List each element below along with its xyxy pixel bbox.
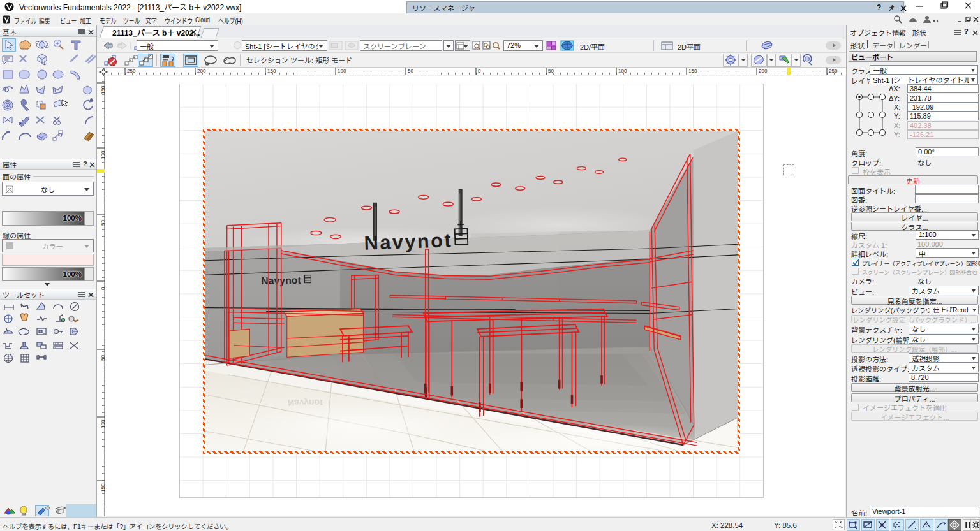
svg-text:0: 0 xyxy=(478,68,481,74)
svg-text:50: 50 xyxy=(100,355,105,361)
svg-text:150: 150 xyxy=(688,68,697,74)
svg-text:250: 250 xyxy=(829,68,838,74)
svg-text:100: 100 xyxy=(338,68,346,74)
svg-text:50: 50 xyxy=(548,68,554,74)
svg-text:100: 100 xyxy=(100,150,105,159)
svg-text:150: 150 xyxy=(267,68,276,74)
svg-text:200: 200 xyxy=(759,68,768,74)
svg-text:0: 0 xyxy=(100,287,105,290)
svg-text:150: 150 xyxy=(100,483,105,492)
svg-text:250: 250 xyxy=(127,68,136,74)
svg-text:100: 100 xyxy=(618,68,627,74)
svg-text:150: 150 xyxy=(100,85,105,94)
svg-text:50: 50 xyxy=(100,220,105,226)
svg-text:100: 100 xyxy=(100,419,105,428)
svg-text:Navynot: Navynot xyxy=(287,398,323,408)
svg-text:Navynot: Navynot xyxy=(364,229,453,254)
svg-text:50: 50 xyxy=(408,68,413,74)
svg-text:200: 200 xyxy=(197,68,206,74)
